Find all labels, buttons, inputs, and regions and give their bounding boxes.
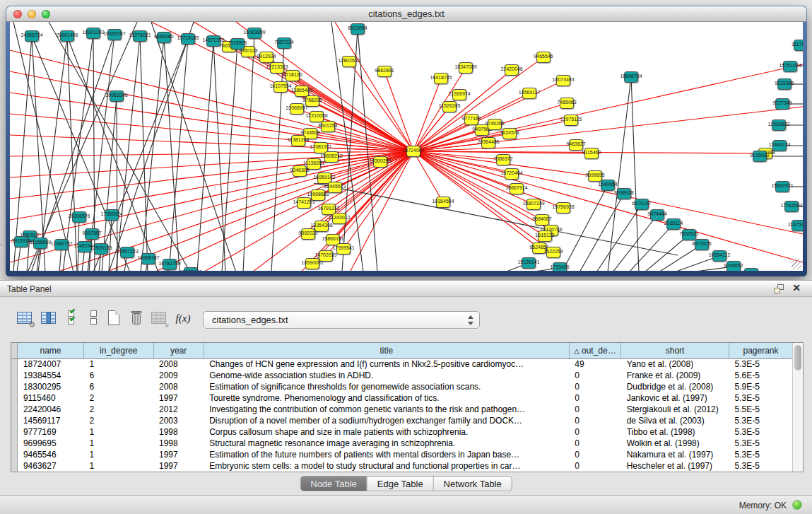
network-node[interactable]: 14671355 <box>206 35 220 47</box>
network-node[interactable]: 7515526 <box>230 38 245 49</box>
network-node[interactable]: 16648784 <box>624 71 638 83</box>
column-header-pagerank[interactable]: pagerank <box>729 343 792 358</box>
table-cell[interactable]: 9463627 <box>17 460 83 472</box>
table-cell[interactable]: 5.3E-5 <box>729 449 792 460</box>
table-settings-icon[interactable]: ⚙ <box>16 309 34 327</box>
table-cell[interactable]: 18300295 <box>17 381 83 392</box>
network-node[interactable]: 20691406 <box>60 30 74 42</box>
table-cell[interactable]: 22420046 <box>17 404 83 415</box>
table-cell[interactable]: 2003 <box>153 415 204 426</box>
table-cell[interactable]: 5.3E-5 <box>729 460 792 472</box>
function-builder-icon[interactable]: f(x) <box>174 309 192 327</box>
column-header-name[interactable]: name <box>17 343 83 358</box>
table-row[interactable]: 911546021997Tourette syndrome. Phenomeno… <box>11 392 793 404</box>
network-node[interactable]: 1615132 <box>538 230 552 242</box>
network-node[interactable]: 22420046 <box>505 64 519 76</box>
network-node[interactable]: 18301293 <box>86 28 100 39</box>
table-cell[interactable]: Jankovic et al. (1997) <box>621 392 729 404</box>
network-node[interactable]: 16782759 <box>163 259 177 270</box>
table-cell[interactable]: 0 <box>569 392 620 404</box>
table-row[interactable]: 1938455462009Genome-wide association stu… <box>11 370 793 381</box>
network-node[interactable]: 9892020 <box>301 228 315 240</box>
network-node[interactable]: 10654112 <box>712 250 726 262</box>
network-node[interactable]: 17957223 <box>120 247 134 258</box>
network-node[interactable]: 19384554 <box>436 197 450 208</box>
table-cell[interactable]: Investigating the contribution of common… <box>204 404 569 415</box>
network-node[interactable]: 6479197 <box>635 199 649 210</box>
network-node[interactable]: 9465546 <box>536 52 551 63</box>
table-cell[interactable]: 9777169 <box>17 426 83 438</box>
table-cell[interactable]: 0 <box>569 415 620 426</box>
network-node[interactable]: 16720404 <box>505 168 519 180</box>
network-node[interactable]: 24055724 <box>25 30 39 42</box>
float-window-icon[interactable] <box>774 284 784 293</box>
table-selector-dropdown[interactable]: citations_edges.txt <box>203 311 480 329</box>
table-row[interactable]: 2242004622012Investigating the contribut… <box>11 404 793 415</box>
delete-column-icon[interactable] <box>127 309 146 327</box>
table-cell[interactable]: 0 <box>569 381 620 392</box>
network-node[interactable]: 12975115 <box>564 115 578 126</box>
network-node[interactable]: 19756928 <box>556 202 570 214</box>
network-node[interactable]: 15751074 <box>783 61 797 72</box>
table-cell[interactable]: 9115460 <box>17 392 83 404</box>
network-node[interactable]: 9115460 <box>584 148 599 159</box>
network-node[interactable]: 22068997 <box>290 103 304 115</box>
network-node[interactable]: 8938928 <box>617 188 631 199</box>
table-cell[interactable]: 1997 <box>153 460 204 472</box>
table-row[interactable]: 1456911722003Disruption of a novel membe… <box>11 415 793 426</box>
table-row[interactable]: 1872400712008Changes of HCN gene express… <box>11 358 793 370</box>
tab-edge-table[interactable]: Edge Table <box>367 477 434 491</box>
network-node[interactable]: 9227349 <box>775 98 789 110</box>
network-node[interactable]: 15608212 <box>324 151 339 163</box>
network-node[interactable]: 15276021 <box>133 30 147 42</box>
column-header-title[interactable]: title <box>204 343 569 358</box>
table-cell[interactable]: Estimation of significance thresholds fo… <box>204 381 569 392</box>
network-node[interactable]: 16083809 <box>247 28 261 39</box>
scrollbar-thumb[interactable] <box>794 345 801 370</box>
network-node[interactable]: 15692971 <box>775 181 789 192</box>
table-cell[interactable]: Nakamura et al. (1997) <box>621 449 729 460</box>
table-cell[interactable]: 5.6E-5 <box>729 370 792 381</box>
network-node[interactable]: 17999541 <box>336 243 351 255</box>
table-cell[interactable]: 2 <box>84 415 153 426</box>
network-node[interactable]: 9397587 <box>85 228 99 240</box>
network-node[interactable]: 12802652 <box>342 56 356 67</box>
network-node[interactable]: 18300295 <box>373 156 387 168</box>
network-node[interactable]: 11156869 <box>33 238 47 249</box>
network-node[interactable]: 16418745 <box>434 73 448 84</box>
network-node[interactable]: 16958167 <box>141 253 155 264</box>
network-node[interactable]: 9245652 <box>726 261 741 271</box>
network-node[interactable]: 18807249 <box>526 199 541 210</box>
table-cell[interactable]: 6 <box>84 381 153 392</box>
column-header-out_de[interactable]: △out_de… <box>569 343 620 358</box>
table-cell[interactable]: 5.3E-5 <box>729 426 792 438</box>
network-node[interactable]: 7632621 <box>682 229 696 240</box>
network-node[interactable]: 8601254 <box>321 121 335 132</box>
network-node[interactable]: 17359924 <box>105 209 119 221</box>
network-node[interactable]: 13444134 <box>772 140 787 151</box>
network-node[interactable]: 14569117 <box>522 88 536 99</box>
window-resize-grip[interactable] <box>792 259 801 269</box>
network-node[interactable]: 11243012 <box>332 213 346 224</box>
network-node[interactable]: 3624574 <box>502 128 517 139</box>
table-scrollbar[interactable] <box>792 343 803 472</box>
row-squares-icon[interactable] <box>85 309 103 327</box>
table-row[interactable]: 946362711997Embryonic stem cells: a mode… <box>11 460 793 472</box>
network-node[interactable]: 15136141 <box>522 257 536 269</box>
table-cell[interactable]: 5.9E-5 <box>729 381 792 392</box>
network-node[interactable]: 12505135 <box>94 243 108 255</box>
table-cell[interactable]: 1997 <box>153 392 204 404</box>
table-cell[interactable]: 2008 <box>153 358 204 370</box>
table-cell[interactable]: 9699695 <box>17 438 83 449</box>
close-panel-icon[interactable]: ✕ <box>792 282 801 293</box>
network-node[interactable]: 9346309 <box>293 165 307 177</box>
network-node[interactable]: 11381264 <box>291 135 305 146</box>
network-node[interactable]: 9463627 <box>569 139 583 151</box>
table-cell[interactable]: 1998 <box>153 438 204 449</box>
network-node[interactable]: 9862891 <box>377 66 392 77</box>
table-cell[interactable]: Estimation of the future numbers of pati… <box>204 449 569 460</box>
network-node[interactable]: 10590092 <box>305 258 319 269</box>
network-node[interactable]: 12213393 <box>270 62 284 74</box>
table-row[interactable]: 1830029562008Estimation of significance … <box>11 381 793 392</box>
network-node[interactable]: 20364486 <box>481 137 495 148</box>
